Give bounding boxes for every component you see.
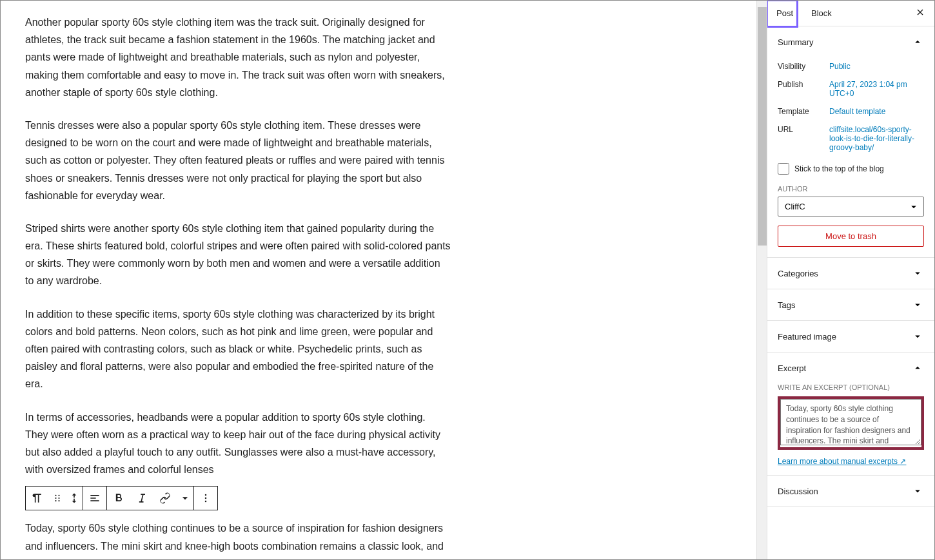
url-value[interactable]: cliffsite.local/60s-sporty-look-is-to-di…	[829, 125, 924, 152]
categories-header[interactable]: Categories	[767, 258, 934, 289]
paragraph-block[interactable]: Today, sporty 60s style clothing continu…	[25, 519, 451, 559]
featured-image-panel: Featured image	[767, 321, 934, 352]
options-button[interactable]	[194, 487, 217, 510]
categories-panel: Categories	[767, 258, 934, 289]
excerpt-highlight	[778, 396, 924, 450]
template-label: Template	[778, 107, 829, 116]
excerpt-field-label: WRITE AN EXCERPT (OPTIONAL)	[767, 383, 934, 396]
summary-header[interactable]: Summary	[767, 26, 934, 57]
more-formatting-button[interactable]	[177, 487, 193, 510]
bold-button[interactable]	[107, 487, 130, 510]
italic-button[interactable]	[130, 487, 153, 510]
excerpt-title: Excerpt	[778, 363, 806, 373]
editor-content: Another popular sporty 60s style clothin…	[25, 14, 451, 559]
paragraph-block[interactable]: Tennis dresses were also a popular sport…	[25, 117, 451, 204]
summary-panel: Summary Visibility Public Publish April …	[767, 26, 934, 258]
drag-handle-button[interactable]	[49, 487, 66, 510]
settings-sidebar: Post Block Summary Visibility Public Pub…	[767, 1, 934, 559]
excerpt-header[interactable]: Excerpt	[767, 352, 934, 383]
svg-point-5	[58, 500, 59, 501]
svg-point-2	[55, 497, 56, 499]
link-button[interactable]	[153, 487, 177, 510]
sidebar-tabs: Post Block	[767, 1, 934, 26]
paragraph-block[interactable]: In terms of accessories, headbands were …	[25, 409, 451, 479]
svg-point-8	[205, 501, 207, 503]
move-updown-button[interactable]	[66, 487, 83, 510]
paragraph-type-button[interactable]	[26, 487, 49, 510]
author-select[interactable]: CliffC	[778, 197, 924, 217]
tags-panel: Tags	[767, 289, 934, 321]
external-link-icon: ↗	[900, 457, 906, 466]
paragraph-block[interactable]: Striped shirts were another sporty 60s s…	[25, 220, 451, 290]
svg-point-6	[205, 494, 207, 496]
svg-point-4	[55, 500, 56, 501]
author-heading: AUTHOR	[778, 181, 924, 197]
visibility-label: Visibility	[778, 62, 829, 71]
excerpt-learn-more-link[interactable]: Learn more about manual excerpts ↗	[778, 457, 906, 466]
template-value[interactable]: Default template	[829, 107, 924, 116]
url-label: URL	[778, 125, 829, 134]
featured-image-header[interactable]: Featured image	[767, 321, 934, 352]
paragraph-block[interactable]: In addition to these specific items, spo…	[25, 305, 451, 393]
block-tab[interactable]: Block	[802, 1, 841, 26]
chevron-up-icon	[911, 362, 924, 374]
publish-value[interactable]: April 27, 2023 1:04 pm UTC+0	[829, 80, 924, 98]
editor-scrollbar[interactable]	[756, 1, 767, 559]
discussion-panel: Discussion	[767, 476, 934, 507]
svg-point-1	[58, 495, 59, 496]
post-tab[interactable]: Post	[767, 1, 802, 26]
paragraph-block[interactable]: Another popular sporty 60s style clothin…	[25, 14, 451, 101]
sticky-checkbox[interactable]	[778, 163, 789, 175]
chevron-down-icon	[911, 485, 924, 497]
tags-header[interactable]: Tags	[767, 289, 934, 320]
block-toolbar	[25, 486, 218, 510]
chevron-down-icon	[911, 330, 924, 343]
svg-point-0	[55, 495, 56, 496]
svg-point-3	[58, 497, 59, 499]
scrollbar-thumb[interactable]	[758, 7, 767, 246]
discussion-title: Discussion	[778, 487, 818, 496]
close-sidebar-button[interactable]	[906, 1, 934, 26]
chevron-up-icon	[911, 35, 924, 48]
align-button[interactable]	[83, 487, 106, 510]
discussion-header[interactable]: Discussion	[767, 476, 934, 507]
svg-point-7	[205, 497, 207, 499]
tags-title: Tags	[778, 300, 795, 310]
publish-label: Publish	[778, 80, 829, 89]
chevron-down-icon	[911, 267, 924, 280]
excerpt-panel: Excerpt WRITE AN EXCERPT (OPTIONAL) Lear…	[767, 352, 934, 476]
categories-title: Categories	[778, 269, 818, 278]
chevron-down-icon	[911, 298, 924, 311]
move-to-trash-button[interactable]: Move to trash	[778, 226, 924, 247]
featured-image-title: Featured image	[778, 332, 836, 342]
summary-title: Summary	[778, 37, 814, 47]
excerpt-textarea[interactable]	[780, 399, 921, 445]
visibility-value[interactable]: Public	[829, 62, 924, 71]
sticky-label: Stick to the top of the blog	[794, 164, 884, 173]
editor-area[interactable]: Another popular sporty 60s style clothin…	[1, 1, 756, 559]
sticky-checkbox-row[interactable]: Stick to the top of the blog	[778, 157, 924, 181]
